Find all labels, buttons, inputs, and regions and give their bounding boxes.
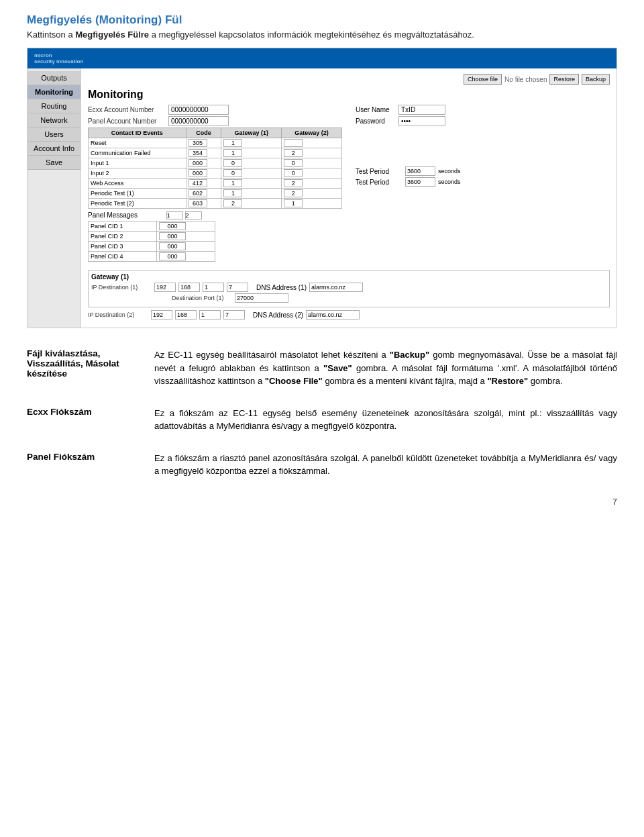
test-period-label2: Test Period [356, 179, 402, 186]
content-sections: Fájl kiválasztása, Visszaállítás, Másola… [27, 348, 617, 478]
top-bar: Choose file No file chosen Restore Backu… [88, 74, 610, 85]
gw2-input[interactable] [284, 189, 303, 197]
ip1-part2[interactable] [178, 283, 200, 292]
restore-button[interactable]: Restore [549, 74, 579, 85]
dns2-input[interactable] [306, 310, 360, 319]
panel-cid-input[interactable] [159, 242, 186, 250]
panel-cid-input[interactable] [159, 252, 186, 260]
sidebar-btn-outputs[interactable]: Outputs [28, 71, 80, 85]
test-period-input1[interactable] [405, 166, 435, 176]
panel-cid-label: Panel CID 1 [89, 221, 157, 232]
panel-cid-table: Panel CID 1 Panel CID 2 Panel CID 3 [88, 221, 215, 262]
no-file-label: No file chosen [504, 76, 547, 83]
gw2-input[interactable] [284, 179, 303, 187]
code-input[interactable] [189, 169, 207, 177]
event-name: Periodic Test (1) [89, 189, 186, 199]
sidebar: OutputsMonitoringRoutingNetworkUsersAcco… [28, 68, 81, 328]
ecxx-account-input[interactable] [168, 105, 229, 115]
code-input[interactable] [189, 159, 207, 167]
gw1-input[interactable] [223, 159, 242, 167]
intro-paragraph: Kattintson a Megfigyelés Fülre a megfigy… [27, 30, 617, 40]
code-input[interactable] [189, 139, 207, 147]
panel-cid-input[interactable] [159, 222, 186, 230]
ip1-part3[interactable] [203, 283, 224, 292]
col-header-events: Contact ID Events [89, 128, 186, 138]
choose-file-button[interactable]: Choose file [464, 74, 502, 85]
gw1-input[interactable] [223, 179, 242, 187]
sidebar-btn-users[interactable]: Users [28, 128, 80, 142]
screenshot-box: micron security innovation OutputsMonito… [27, 48, 617, 328]
panel-cid-label: Panel CID 3 [89, 242, 157, 252]
test-period-input2[interactable] [405, 177, 435, 187]
password-label: Password [356, 117, 396, 125]
gw2-input[interactable] [284, 169, 303, 177]
section-title: Megfigyelés (Monitoring) Fül [27, 13, 617, 27]
table-row: Communication Failed [89, 148, 342, 158]
panel-cid-label: Panel CID 2 [89, 232, 157, 242]
panel-cid-row: Panel CID 3 [89, 242, 215, 252]
table-row: Periodic Test (2) [89, 199, 342, 209]
ip2-part3[interactable] [199, 310, 221, 319]
test-period-row2: Test Period seconds [356, 177, 610, 187]
table-row: Input 2 [89, 168, 342, 179]
panel-messages-label: Panel Messages [88, 211, 342, 219]
dns1-label: DNS Address (1) [256, 284, 307, 291]
sidebar-btn-monitoring[interactable]: Monitoring [28, 85, 80, 99]
ecxx-account-row: Ecxx Account Number [88, 105, 342, 115]
ip2-part1[interactable] [151, 310, 172, 319]
gw2-input[interactable] [284, 199, 303, 207]
term-3: Panel Fiókszám [27, 452, 134, 478]
table-row: Reset [89, 138, 342, 148]
panel-cid-input[interactable] [159, 232, 186, 240]
table-row: Input 1 [89, 158, 342, 168]
panel-cid-row: Panel CID 2 [89, 232, 215, 242]
term-2: Ecxx Fiókszám [27, 407, 134, 433]
gw1-input[interactable] [223, 139, 242, 147]
sidebar-btn-routing[interactable]: Routing [28, 99, 80, 113]
ip-dest1-label: IP Destination (1) [91, 284, 152, 291]
code-input[interactable] [189, 179, 207, 187]
event-name: Reset [89, 138, 186, 148]
gw2-input[interactable] [284, 159, 303, 167]
backup-button[interactable]: Backup [582, 74, 610, 85]
col-header-gw2: Gateway (2) [282, 128, 342, 138]
gw1-input[interactable] [223, 149, 242, 157]
event-name: Web Access [89, 179, 186, 189]
test-unit1: seconds [438, 168, 461, 175]
gw2-input[interactable] [284, 149, 303, 157]
panel-msg-gw1-input[interactable] [166, 211, 183, 219]
ip1-part4[interactable] [227, 283, 248, 292]
username-label: User Name [356, 106, 396, 113]
col-right: User Name Password Test Period [356, 105, 610, 266]
gw2-input[interactable] [284, 139, 303, 147]
test-unit2: seconds [438, 179, 461, 185]
panel-msg-gw2-input[interactable] [185, 211, 202, 219]
code-input[interactable] [189, 149, 207, 157]
ip2-part4[interactable] [223, 310, 245, 319]
content-row-3: Panel Fiókszám Ez a fiókszám a riasztó p… [27, 452, 617, 478]
username-input[interactable] [398, 105, 445, 115]
gw1-input[interactable] [223, 189, 242, 197]
test-period-section: Test Period seconds Test Period seconds [356, 166, 610, 187]
dest-port1-input[interactable] [235, 293, 288, 303]
username-row: User Name [356, 105, 610, 115]
col-header-code: Code [186, 128, 221, 138]
gw1-input[interactable] [223, 169, 242, 177]
sidebar-btn-network[interactable]: Network [28, 113, 80, 128]
sidebar-btn-save[interactable]: Save [28, 156, 80, 170]
code-input[interactable] [189, 189, 207, 197]
event-name: Communication Failed [89, 148, 186, 158]
term-1: Fájl kiválasztása, Visszaállítás, Másola… [27, 348, 134, 388]
micron-header: micron security innovation [28, 48, 616, 68]
page-header: Megfigyelés (Monitoring) Fül Kattintson … [27, 13, 617, 40]
table-row: Web Access [89, 179, 342, 189]
ip2-part2[interactable] [175, 310, 197, 319]
dns1-input[interactable] [309, 283, 363, 292]
ip1-part1[interactable] [154, 283, 176, 292]
sidebar-btn-account-info[interactable]: Account Info [28, 142, 80, 156]
panel-account-input[interactable] [168, 116, 229, 126]
password-input[interactable] [398, 116, 445, 126]
choose-file-btn[interactable]: Choose file [464, 74, 502, 85]
gw1-input[interactable] [223, 199, 242, 207]
code-input[interactable] [189, 199, 207, 207]
